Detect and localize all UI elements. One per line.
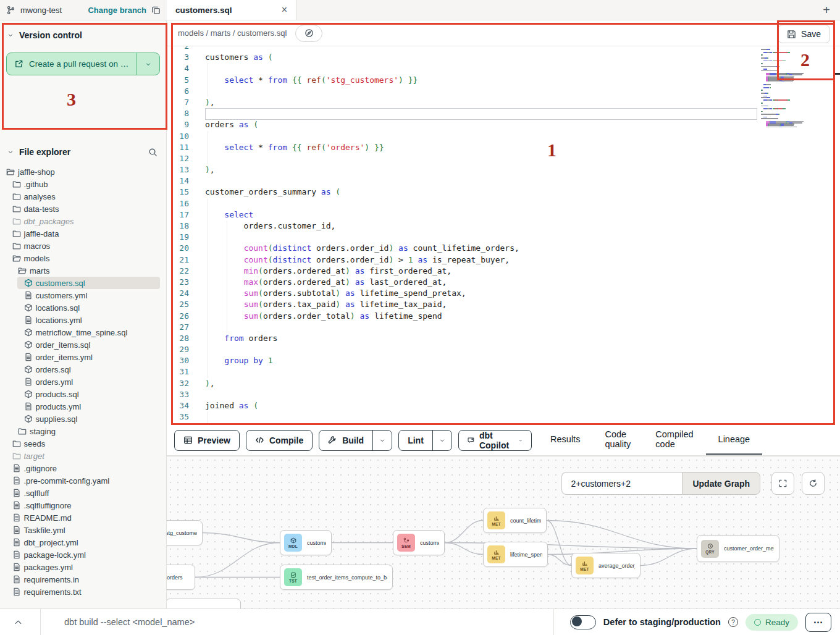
code-line-30[interactable]: 30 group by 1 bbox=[167, 355, 840, 366]
minimap[interactable] bbox=[761, 48, 815, 128]
code-line-27[interactable]: 27 bbox=[167, 322, 840, 333]
code-line-13[interactable]: 13), bbox=[167, 164, 840, 175]
lineage-node-stg_customers[interactable]: MDLstg_customers bbox=[167, 520, 203, 545]
create-pr-dropdown[interactable] bbox=[136, 53, 159, 75]
lint-dropdown[interactable] bbox=[432, 431, 452, 450]
code-line-23[interactable]: 23 max(orders.ordered_at) as last_ordere… bbox=[167, 277, 840, 288]
code-line-2[interactable]: 2 bbox=[167, 46, 840, 52]
tree-item-data-tests[interactable]: data-tests bbox=[0, 203, 166, 215]
chevron-up-icon[interactable] bbox=[14, 618, 23, 627]
tab-customers-sql[interactable]: customers.sql × bbox=[167, 0, 296, 20]
lineage-node-partial_node[interactable] bbox=[167, 599, 241, 608]
tree-item--pre-commit-config-yaml[interactable]: .pre-commit-config.yaml bbox=[0, 474, 166, 487]
tree-item-staging[interactable]: staging bbox=[0, 425, 166, 437]
code-line-28[interactable]: 28 from orders bbox=[167, 333, 840, 344]
compile-button[interactable]: Compile bbox=[246, 430, 313, 451]
code-line-19[interactable]: 19 bbox=[167, 232, 840, 243]
tab-compiled-code[interactable]: Compiled code bbox=[643, 425, 705, 455]
close-icon[interactable]: × bbox=[282, 5, 287, 15]
code-line-18[interactable]: 18 orders.customer_id, bbox=[167, 221, 840, 232]
tree-item-models[interactable]: models bbox=[0, 252, 166, 264]
lineage-node-count_lifetime_orders[interactable]: METcount_lifetime_orders bbox=[483, 508, 547, 533]
tab-lineage[interactable]: Lineage bbox=[706, 425, 763, 455]
code-line-33[interactable]: 33 bbox=[167, 389, 840, 400]
tree-item-dbt-project-yml[interactable]: dbt_project.yml bbox=[0, 536, 166, 549]
compass-button[interactable] bbox=[295, 25, 322, 42]
lineage-filter-input[interactable] bbox=[561, 472, 682, 495]
build-button[interactable]: Build bbox=[319, 430, 392, 451]
lineage-node-customers_model[interactable]: MDLcustomers bbox=[280, 530, 332, 555]
tree-item-locations-sql[interactable]: locations.sql bbox=[0, 301, 166, 314]
lineage-node-lifetime_spend_pretax[interactable]: METlifetime_spend_pretax bbox=[483, 542, 548, 567]
refresh-button[interactable] bbox=[802, 472, 825, 495]
create-pr-button[interactable]: Create a pull request on Git... bbox=[6, 53, 160, 75]
code-line-4[interactable]: 4 bbox=[167, 63, 840, 74]
copy-icon[interactable] bbox=[151, 6, 161, 15]
tree-item-locations-yml[interactable]: locations.yml bbox=[0, 314, 166, 326]
tree-item-order-items-sql[interactable]: order_items.sql bbox=[0, 339, 166, 351]
tree-item--gitignore[interactable]: .gitignore bbox=[0, 462, 166, 474]
code-line-22[interactable]: 22 min(orders.ordered_at) as first_order… bbox=[167, 266, 840, 277]
code-line-6[interactable]: 6 bbox=[167, 86, 840, 97]
code-line-25[interactable]: 25 sum(orders.tax_paid) as lifetime_tax_… bbox=[167, 299, 840, 310]
code-line-12[interactable]: 12 bbox=[167, 153, 840, 164]
code-line-31[interactable]: 31 bbox=[167, 366, 840, 377]
tree-item-order-items-yml[interactable]: order_items.yml bbox=[0, 351, 166, 363]
tree-item-seeds[interactable]: seeds bbox=[0, 437, 166, 450]
code-line-29[interactable]: 29 bbox=[167, 344, 840, 355]
tree-item-jaffle-shop[interactable]: jaffle-shop bbox=[0, 166, 166, 178]
tree-item-readme-md[interactable]: README.md bbox=[0, 511, 166, 524]
code-line-11[interactable]: 11 select * from {{ ref('orders') }} bbox=[167, 142, 840, 153]
tree-item-target[interactable]: target bbox=[0, 450, 166, 462]
code-line-8[interactable]: 8 bbox=[167, 108, 840, 119]
preview-button[interactable]: Preview bbox=[174, 430, 240, 451]
tree-item-metricflow-time-spine-sql[interactable]: metricflow_time_spine.sql bbox=[0, 326, 166, 339]
tree-item-orders-yml[interactable]: orders.yml bbox=[0, 376, 166, 388]
tree-item-jaffle-data[interactable]: jaffle-data bbox=[0, 227, 166, 240]
tree-item-dbt-packages[interactable]: dbt_packages bbox=[0, 215, 166, 227]
more-options-button[interactable]: … bbox=[805, 613, 831, 632]
tree-item-supplies-sql[interactable]: supplies.sql bbox=[0, 413, 166, 425]
tree-item-products-sql[interactable]: products.sql bbox=[0, 388, 166, 400]
code-line-3[interactable]: 3customers as ( bbox=[167, 52, 840, 63]
lineage-node-test_order_items[interactable]: TSTtest_order_items_compute_to_bools... bbox=[280, 565, 393, 590]
tree-item-customers-sql[interactable]: customers.sql bbox=[0, 277, 166, 289]
code-line-17[interactable]: 17 select bbox=[167, 209, 840, 221]
version-control-header[interactable]: Version control bbox=[0, 20, 166, 44]
code-line-35[interactable]: 35 bbox=[167, 411, 840, 423]
tree-item-macros[interactable]: macros bbox=[0, 240, 166, 252]
file-explorer-header[interactable]: File explorer bbox=[0, 137, 166, 161]
code-line-5[interactable]: 5 select * from {{ ref('stg_customers') … bbox=[167, 75, 840, 86]
lineage-node-average_order_value[interactable]: METaverage_order_value bbox=[571, 553, 640, 578]
code-line-32[interactable]: 32), bbox=[167, 378, 840, 389]
update-graph-button[interactable]: Update Graph bbox=[682, 472, 760, 495]
tree-item-customers-yml[interactable]: customers.yml bbox=[0, 289, 166, 301]
search-icon[interactable] bbox=[148, 148, 158, 157]
build-dropdown[interactable] bbox=[372, 431, 392, 450]
lineage-node-orders[interactable]: MDLorders bbox=[167, 565, 195, 590]
code-line-34[interactable]: 34joined as ( bbox=[167, 400, 840, 411]
lineage-node-customer_order_metrics[interactable]: QRYcustomer_order_metrics bbox=[697, 535, 779, 562]
tree-item--sqlfluffignore[interactable]: .sqlfluffignore bbox=[0, 499, 166, 511]
tree-item-requirements-txt[interactable]: requirements.txt bbox=[0, 586, 166, 598]
tree-item-orders-sql[interactable]: orders.sql bbox=[0, 363, 166, 376]
code-line-14[interactable]: 14 bbox=[167, 175, 840, 187]
code-line-10[interactable]: 10 bbox=[167, 131, 840, 142]
resize-handle[interactable] bbox=[834, 73, 840, 75]
tree-item--github[interactable]: .github bbox=[0, 178, 166, 190]
code-line-15[interactable]: 15customer_orders_summary as ( bbox=[167, 187, 840, 198]
lineage-panel[interactable]: MDLstg_customersMDLordersMDLcustomersTST… bbox=[167, 456, 840, 608]
tab-code-quality[interactable]: Code quality bbox=[592, 425, 643, 455]
code-line-24[interactable]: 24 sum(orders.subtotal) as lifetime_spen… bbox=[167, 288, 840, 299]
lineage-node-customers_semantic[interactable]: SEMcustomers bbox=[393, 530, 445, 555]
code-line-9[interactable]: 9orders as ( bbox=[167, 119, 840, 130]
code-line-20[interactable]: 20 count(distinct orders.order_id) as co… bbox=[167, 243, 840, 254]
code-line-26[interactable]: 26 sum(orders.order_total) as lifetime_s… bbox=[167, 311, 840, 322]
command-input[interactable]: dbt build --select <model_name> bbox=[64, 617, 195, 627]
code-line-16[interactable]: 16 bbox=[167, 198, 840, 209]
lint-button[interactable]: Lint bbox=[398, 430, 452, 451]
code-editor[interactable]: 23customers as (45 select * from {{ ref(… bbox=[167, 46, 840, 425]
tree-item-requirements-in[interactable]: requirements.in bbox=[0, 573, 166, 586]
create-pr-main[interactable]: Create a pull request on Git... bbox=[7, 53, 136, 75]
tree-item-taskfile-yml[interactable]: Taskfile.yml bbox=[0, 524, 166, 536]
